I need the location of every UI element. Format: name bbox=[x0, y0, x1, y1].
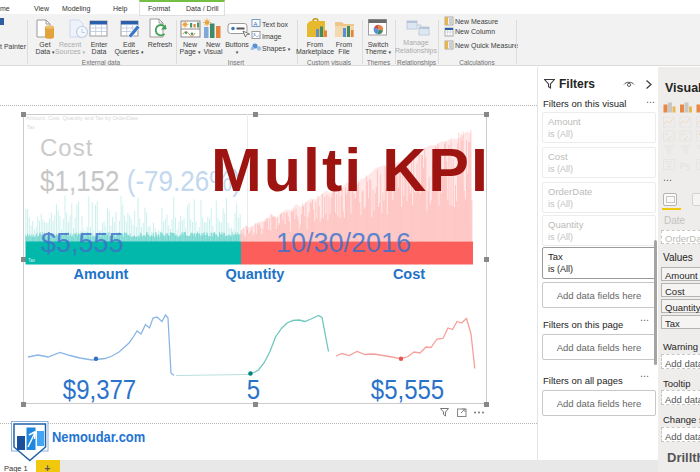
svg-text:Py: Py bbox=[680, 161, 691, 171]
